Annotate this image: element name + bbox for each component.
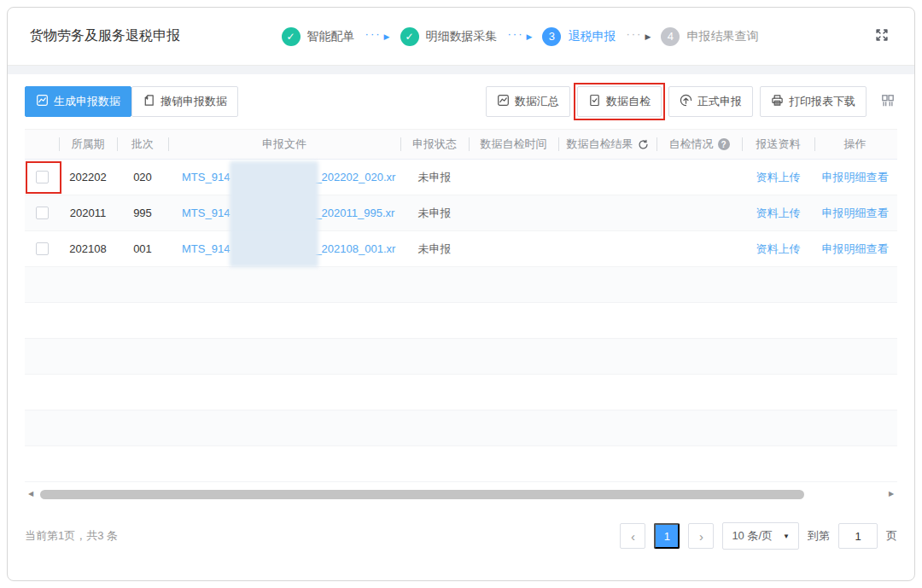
period-cell: 202202 (59, 160, 117, 195)
check-state-cell (656, 195, 742, 230)
check-state-cell (656, 231, 742, 266)
period-cell: 202011 (59, 195, 117, 230)
file-suffix: _202108_001.xr (315, 242, 395, 255)
file-suffix: _202202_020.xr (315, 171, 395, 183)
row-checkbox[interactable] (36, 207, 49, 219)
dots-icon: ··· (626, 28, 642, 39)
column-settings-icon (880, 93, 896, 111)
selfcheck-highlight-wrap: 数据自检 (577, 86, 662, 117)
refresh-icon[interactable] (638, 139, 649, 150)
main-content: 生成申报数据 撤销申报数据 (8, 74, 914, 550)
check-state-cell (656, 160, 742, 195)
data-summary-button[interactable]: 数据汇总 (486, 86, 570, 117)
header-materials: 报送资料 (742, 130, 814, 159)
step-label: 申报结果查询 (686, 29, 758, 44)
chevron-right-icon: › (699, 529, 703, 544)
row-checkbox[interactable] (36, 171, 49, 183)
scrollbar-thumb[interactable] (40, 490, 804, 499)
goto-page-suffix: 页 (886, 528, 897, 544)
revoke-declaration-button[interactable]: 撤销申报数据 (131, 86, 238, 117)
upload-icon (680, 94, 692, 109)
current-page-button[interactable]: 1 (654, 523, 680, 549)
check-time-cell (469, 195, 558, 230)
declaration-file-link[interactable]: MTS_914_202108_001.xr (182, 242, 395, 255)
top-bar: 货物劳务及服务退税申报 ✓ 智能配单 ··· ▶ ✓ 明细数据采集 ··· ▶ … (8, 8, 914, 66)
table-body: 202202 020 MTS_914_202202_020.xr 未申报 资料上… (25, 160, 897, 482)
toolbar: 生成申报数据 撤销申报数据 (25, 86, 897, 117)
printer-icon (771, 94, 784, 109)
step-number-circle: 4 (661, 27, 680, 46)
check-result-cell (558, 231, 656, 266)
step-connector: ··· ▶ (365, 31, 390, 42)
check-result-cell (558, 195, 656, 230)
action-cell: 申报明细查看 (814, 195, 896, 230)
file-cell: MTS_914_202011_995.xr (168, 195, 400, 230)
file-suffix: _202011_995.xr (315, 207, 394, 219)
dots-icon: ··· (508, 28, 524, 39)
row-checkbox-cell (25, 160, 59, 195)
data-selfcheck-button[interactable]: 数据自检 (577, 86, 662, 117)
table-row-empty (25, 267, 897, 303)
goto-page-prefix: 到第 (808, 528, 830, 544)
step-smart-matching: ✓ 智能配单 (282, 27, 355, 46)
check-result-cell (558, 160, 656, 195)
scroll-left-arrow-icon[interactable]: ◀ (25, 487, 37, 501)
header-batch: 批次 (117, 130, 168, 159)
view-declaration-detail-link[interactable]: 申报明细查看 (822, 206, 889, 221)
table-row-empty (25, 446, 897, 482)
pagination-summary: 当前第1页，共3 条 (25, 528, 118, 544)
table-row: 202202 020 MTS_914_202202_020.xr 未申报 资料上… (25, 160, 897, 195)
file-prefix: MTS_914 (182, 207, 230, 219)
step-result-query: 4 申报结果查询 (661, 27, 758, 46)
file-prefix: MTS_914 (182, 242, 230, 255)
redacted-gap (230, 248, 315, 249)
arrow-icon: ▶ (384, 32, 390, 41)
batch-cell: 001 (117, 231, 168, 266)
check-time-cell (469, 160, 558, 195)
view-declaration-detail-link[interactable]: 申报明细查看 (822, 170, 889, 185)
arrow-icon: ▶ (527, 32, 533, 41)
step-connector: ··· ▶ (508, 31, 533, 42)
button-label: 数据汇总 (515, 94, 559, 109)
materials-cell: 资料上传 (742, 160, 814, 195)
action-cell: 申报明细查看 (814, 231, 896, 266)
page-size-select[interactable]: 10 条/页 ▼ (722, 522, 799, 550)
upload-materials-link[interactable]: 资料上传 (756, 242, 801, 257)
table-row: 202011 995 MTS_914_202011_995.xr 未申报 资料上… (25, 195, 897, 231)
pagination-controls: ‹ 1 › 10 条/页 ▼ 到第 页 (620, 522, 897, 550)
help-icon[interactable]: ? (718, 138, 730, 150)
upload-materials-link[interactable]: 资料上传 (756, 170, 801, 185)
row-checkbox-cell (25, 231, 59, 266)
view-declaration-detail-link[interactable]: 申报明细查看 (822, 242, 889, 257)
button-label: 打印报表下载 (789, 94, 855, 109)
next-page-button[interactable]: › (688, 523, 714, 549)
toolbar-left-group: 生成申报数据 撤销申报数据 (25, 86, 238, 117)
step-label: 智能配单 (307, 29, 355, 44)
formal-declaration-button[interactable]: 正式申报 (668, 86, 753, 117)
scroll-right-arrow-icon[interactable]: ▶ (885, 487, 897, 501)
check-time-cell (469, 231, 558, 266)
header-status: 申报状态 (400, 130, 469, 159)
horizontal-scrollbar: ◀ ▶ (25, 487, 897, 501)
declaration-file-link[interactable]: MTS_914_202011_995.xr (182, 207, 394, 219)
step-label: 明细数据采集 (426, 29, 498, 44)
header-checkbox-column (25, 130, 59, 159)
table-row: 202108 001 MTS_914_202108_001.xr 未申报 资料上… (25, 231, 897, 267)
print-report-download-button[interactable]: 打印报表下载 (760, 86, 867, 117)
generate-declaration-button[interactable]: 生成申报数据 (25, 86, 131, 117)
header-label: 自检情况 (669, 137, 714, 152)
header-check-state: 自检情况 ? (656, 130, 742, 159)
period-cell: 202108 (59, 231, 117, 266)
row-checkbox[interactable] (36, 242, 49, 255)
goto-page-input[interactable] (838, 523, 878, 549)
declaration-file-link[interactable]: MTS_914_202202_020.xr (182, 171, 395, 183)
upload-materials-link[interactable]: 资料上传 (756, 206, 801, 221)
batch-cell: 020 (117, 160, 168, 195)
step-label: 退税申报 (568, 29, 616, 44)
prev-page-button[interactable]: ‹ (620, 523, 645, 549)
column-settings-button[interactable] (878, 93, 897, 111)
table-row-empty (25, 339, 897, 375)
toolbar-right-group: 数据汇总 数据自检 (486, 86, 897, 117)
arrow-icon: ▶ (645, 32, 651, 41)
fullscreen-button[interactable] (872, 26, 892, 47)
